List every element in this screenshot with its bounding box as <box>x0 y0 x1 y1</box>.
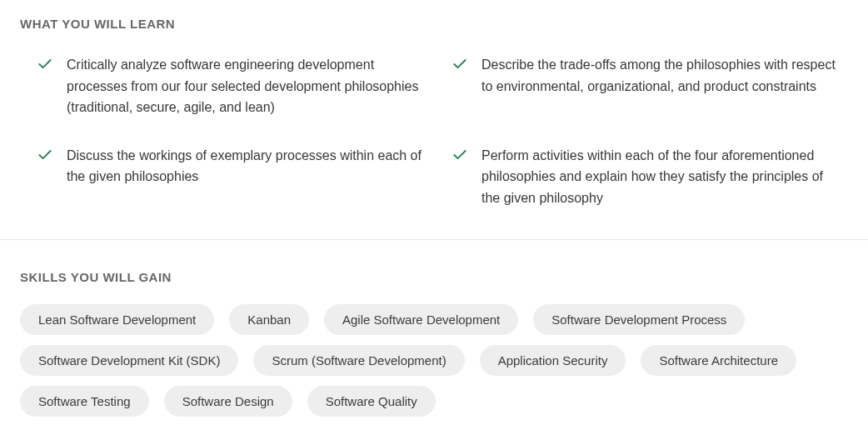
skills-pill-container: Lean Software Development Kanban Agile S… <box>20 304 848 417</box>
skill-pill[interactable]: Software Design <box>164 386 292 417</box>
check-icon <box>451 56 468 72</box>
skill-pill[interactable]: Software Architecture <box>641 345 796 376</box>
learn-item: Perform activities within each of the fo… <box>451 145 840 209</box>
skills-section: SKILLS YOU WILL GAIN Lean Software Devel… <box>20 240 848 417</box>
learn-item: Describe the trade-offs among the philos… <box>451 54 840 118</box>
skill-pill[interactable]: Lean Software Development <box>20 304 214 335</box>
skill-pill[interactable]: Software Development Kit (SDK) <box>20 345 238 376</box>
learn-item: Discuss the workings of exemplary proces… <box>37 145 425 209</box>
learn-grid: Critically analyze software engineering … <box>20 54 848 239</box>
learn-section: WHAT YOU WILL LEARN Critically analyze s… <box>20 17 848 239</box>
learn-item-text: Discuss the workings of exemplary proces… <box>67 145 425 188</box>
skill-pill[interactable]: Software Quality <box>307 386 436 417</box>
skill-pill[interactable]: Agile Software Development <box>324 304 518 335</box>
skills-heading: SKILLS YOU WILL GAIN <box>20 270 848 284</box>
skill-pill[interactable]: Software Development Process <box>533 304 745 335</box>
learn-item-text: Describe the trade-offs among the philos… <box>481 54 840 97</box>
skill-pill[interactable]: Scrum (Software Development) <box>253 345 464 376</box>
skill-pill[interactable]: Software Testing <box>20 386 149 417</box>
check-icon <box>451 147 468 163</box>
skill-pill[interactable]: Application Security <box>480 345 626 376</box>
learn-item: Critically analyze software engineering … <box>37 54 425 118</box>
check-icon <box>37 56 53 72</box>
check-icon <box>37 147 53 163</box>
skill-pill[interactable]: Kanban <box>229 304 309 335</box>
learn-item-text: Perform activities within each of the fo… <box>481 145 840 209</box>
learn-heading: WHAT YOU WILL LEARN <box>20 17 848 31</box>
learn-item-text: Critically analyze software engineering … <box>67 54 425 118</box>
